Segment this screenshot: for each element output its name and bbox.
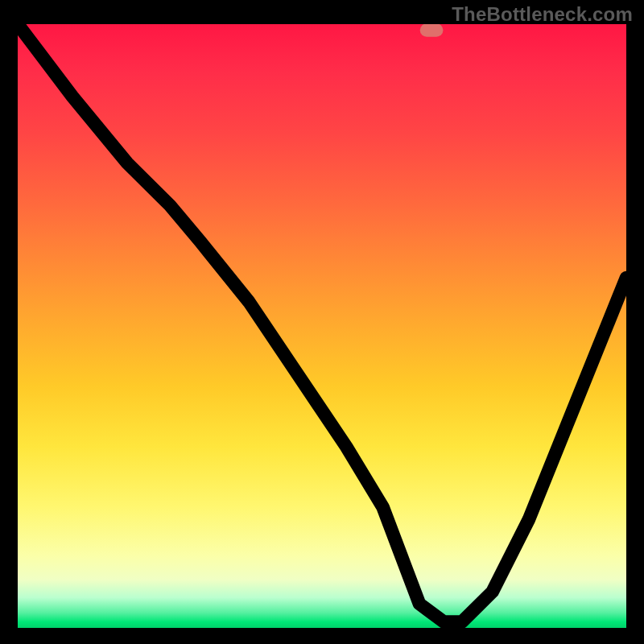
optimum-marker <box>420 24 444 37</box>
watermark-text: TheBottleneck.com <box>452 3 633 26</box>
bottleneck-curve <box>18 24 626 628</box>
plot-area <box>18 24 626 628</box>
chart-container: TheBottleneck.com <box>0 0 644 644</box>
curve-line <box>18 24 626 622</box>
